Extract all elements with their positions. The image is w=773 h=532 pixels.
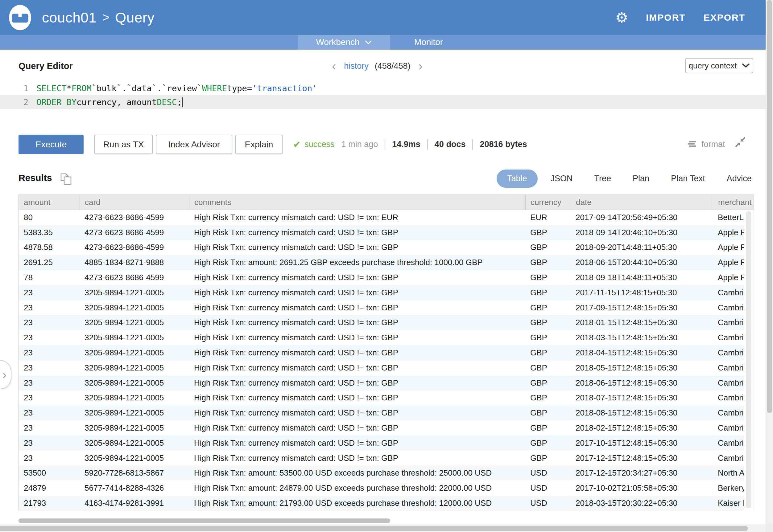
cell-amount: 24879	[19, 481, 80, 496]
column-header-card[interactable]: card	[80, 195, 189, 210]
cell-currency: GBP	[525, 270, 570, 285]
cell-comments: High Risk Txn: currency mismatch card: U…	[189, 420, 525, 436]
cell-merchant: Cambridg	[713, 300, 745, 315]
line-number: 2	[0, 98, 36, 107]
cell-currency: GBP	[525, 436, 570, 451]
results-tab-advice[interactable]: Advice	[718, 170, 760, 188]
cell-currency: GBP	[525, 360, 570, 375]
cell-currency: GBP	[525, 225, 570, 240]
code-token: FROM	[72, 84, 92, 93]
cell-amount: 53500	[19, 466, 80, 481]
results-tab-plan-text[interactable]: Plan Text	[662, 170, 714, 188]
cell-date: 2018-06-15T12:48:15+05:30	[570, 375, 713, 391]
cell-merchant: Cambridg	[713, 315, 745, 330]
import-button[interactable]: IMPORT	[646, 12, 686, 23]
query-context-select[interactable]: query context	[685, 58, 753, 73]
collapse-editor-button[interactable]	[735, 137, 746, 148]
cell-date: 2017-10-02T21:05:58+05:30	[570, 481, 713, 496]
column-header-date[interactable]: date	[570, 195, 713, 210]
history-nav: ‹ history (458/458) ›	[330, 60, 424, 72]
breadcrumb-separator: >	[102, 10, 109, 24]
format-lines-icon	[687, 141, 697, 149]
code-line[interactable]: 1SELECT * FROM `bulk`.`data`.`review` WH…	[0, 81, 766, 95]
cell-amount: 23	[19, 360, 80, 375]
format-button[interactable]: format	[687, 135, 725, 154]
table-header-row: amountcardcommentscurrencydatemerchant	[19, 194, 754, 210]
cell-currency: USD	[525, 496, 570, 511]
cell-merchant: Kaiser Pe	[713, 496, 745, 511]
cell-currency: GBP	[525, 391, 570, 406]
code-token: DESC	[157, 97, 177, 107]
code-line[interactable]: 2ORDER BY currency, amount DESC;	[0, 95, 766, 109]
cell-comments: High Risk Txn: currency mismatch card: U…	[189, 391, 525, 406]
table-row: 233205-9894-1221-0005High Risk Txn: curr…	[19, 436, 745, 451]
cell-card: 3205-9894-1221-0005	[80, 391, 189, 406]
cell-card: 3205-9894-1221-0005	[80, 375, 189, 391]
column-header-currency[interactable]: currency	[525, 195, 570, 210]
cell-date: 2018-08-15T12:48:15+05:30	[570, 405, 713, 420]
cell-merchant: North Am	[713, 466, 745, 481]
results-title: Results	[18, 173, 52, 183]
execute-button[interactable]: Execute	[18, 135, 84, 154]
success-check-icon: ✔	[293, 139, 301, 150]
history-link[interactable]: history	[344, 61, 369, 71]
cell-comments: High Risk Txn: currency mismatch card: U…	[189, 345, 525, 360]
cell-card: 4273-6623-8686-4599	[80, 210, 189, 225]
scrollbar-corner	[766, 525, 773, 532]
window-vertical-scrollbar-thumb[interactable]	[767, 0, 772, 413]
history-next-icon[interactable]: ›	[416, 60, 424, 72]
sql-code-editor[interactable]: 1SELECT * FROM `bulk`.`data`.`review` WH…	[0, 81, 766, 131]
table-row: 804273-6623-8686-4599High Risk Txn: curr…	[19, 210, 745, 225]
cell-card: 5920-7728-6813-5867	[80, 466, 189, 481]
cell-amount: 23	[19, 285, 80, 300]
cell-merchant: Apple Reg	[713, 225, 745, 240]
cell-amount: 23	[19, 315, 80, 330]
tab-workbench-label: Workbench	[316, 37, 359, 47]
cell-amount: 23	[19, 451, 80, 466]
cell-currency: GBP	[525, 330, 570, 345]
copy-results-icon[interactable]	[59, 172, 73, 186]
code-token: type=	[227, 84, 252, 93]
results-tab-table[interactable]: Table	[497, 170, 538, 188]
history-prev-icon[interactable]: ‹	[330, 60, 338, 72]
table-horizontal-scrollbar-thumb[interactable]	[18, 518, 390, 523]
cell-amount: 23	[19, 300, 80, 315]
column-header-comments[interactable]: comments	[189, 195, 525, 210]
table-row: 2691.254885-1834-8271-9888High Risk Txn:…	[19, 255, 745, 270]
chevron-down-icon	[742, 63, 750, 68]
results-tab-json[interactable]: JSON	[542, 170, 582, 188]
table-vertical-scrollbar-thumb[interactable]	[746, 211, 751, 508]
tab-workbench[interactable]: Workbench	[298, 35, 390, 50]
results-table: amountcardcommentscurrencydatemerchant 8…	[18, 194, 754, 511]
table-row: 233205-9894-1221-0005High Risk Txn: curr…	[19, 300, 745, 315]
results-tab-tree[interactable]: Tree	[586, 170, 620, 188]
divider	[385, 139, 385, 150]
run-as-tx-button[interactable]: Run as TX	[94, 135, 153, 154]
cell-card: 3205-9894-1221-0005	[80, 436, 189, 451]
cell-merchant: Cambridg	[713, 436, 745, 451]
cell-currency: GBP	[525, 420, 570, 436]
cell-date: 2018-03-15T20:30:22+05:30	[570, 496, 713, 511]
code-token: ORDER BY	[36, 97, 76, 107]
cell-card: 3205-9894-1221-0005	[80, 405, 189, 420]
column-header-amount[interactable]: amount	[19, 195, 80, 210]
window-horizontal-scrollbar-thumb[interactable]	[0, 526, 748, 531]
cell-amount: 23	[19, 436, 80, 451]
table-row: 233205-9894-1221-0005High Risk Txn: curr…	[19, 391, 745, 406]
sidebar-expander[interactable]: ›	[0, 360, 11, 389]
chevron-right-icon: ›	[2, 369, 6, 381]
cell-date: 2017-10-15T12:48:15+05:30	[570, 436, 713, 451]
settings-gear-icon[interactable]: ⚙	[616, 10, 628, 25]
export-button[interactable]: EXPORT	[704, 12, 745, 23]
tab-monitor[interactable]: Monitor	[392, 35, 465, 50]
table-row: 233205-9894-1221-0005High Risk Txn: curr…	[19, 375, 745, 391]
cell-card: 3205-9894-1221-0005	[80, 315, 189, 330]
cell-card: 5677-7414-8288-4326	[80, 481, 189, 496]
results-tab-plan[interactable]: Plan	[624, 170, 658, 188]
cell-date: 2018-07-15T12:48:15+05:30	[570, 391, 713, 406]
cell-amount: 78	[19, 270, 80, 285]
column-header-merchant[interactable]: merchant	[713, 195, 755, 210]
code-token: WHERE	[202, 84, 227, 93]
index-advisor-button[interactable]: Index Advisor	[156, 135, 232, 154]
explain-button[interactable]: Explain	[235, 135, 283, 154]
